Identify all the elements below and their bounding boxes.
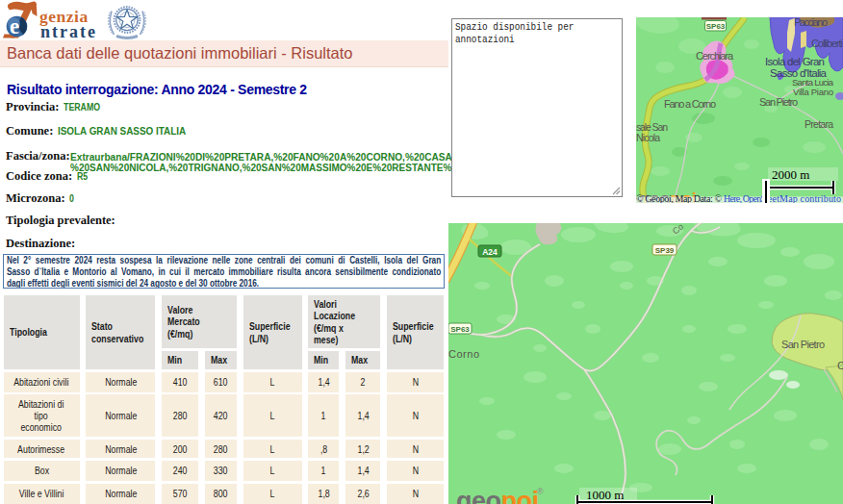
svg-text:®: ® bbox=[537, 487, 544, 496]
svg-text:SP39: SP39 bbox=[655, 246, 675, 255]
svg-text:C: C bbox=[837, 360, 843, 371]
svg-text:San Pietro: San Pietro bbox=[759, 96, 798, 108]
svg-text:© Geopoi, Map Data: ©: © Geopoi, Map Data: © bbox=[636, 193, 722, 203]
svg-text:Villa Piano: Villa Piano bbox=[793, 87, 833, 97]
svg-text:Fano a Corno: Fano a Corno bbox=[664, 98, 716, 110]
svg-text:Here, OpenS: Here, OpenS bbox=[724, 193, 766, 203]
svg-text:e: e bbox=[10, 14, 19, 38]
svg-text:Pacciano: Pacciano bbox=[794, 17, 828, 28]
svg-text:2000 m: 2000 m bbox=[772, 167, 809, 182]
svg-text:SP63: SP63 bbox=[450, 325, 470, 334]
svg-text:Pretara: Pretara bbox=[805, 118, 833, 130]
svg-text:geopoi: geopoi bbox=[456, 487, 539, 504]
svg-text:San Pietro: San Pietro bbox=[781, 339, 825, 350]
svg-text:eetMap contributo: eetMap contributo bbox=[768, 193, 841, 203]
svg-text:Cerchiara: Cerchiara bbox=[696, 50, 734, 62]
svg-text:Colliberti: Colliberti bbox=[811, 38, 843, 49]
svg-text:Isola del Gran: Isola del Gran bbox=[765, 56, 825, 67]
svg-text:Corno: Corno bbox=[448, 348, 479, 360]
svg-text:Nicola: Nicola bbox=[636, 132, 660, 143]
svg-text:ntrate: ntrate bbox=[40, 22, 97, 41]
svg-text:A24: A24 bbox=[482, 247, 498, 257]
svg-text:SP63: SP63 bbox=[706, 22, 726, 31]
